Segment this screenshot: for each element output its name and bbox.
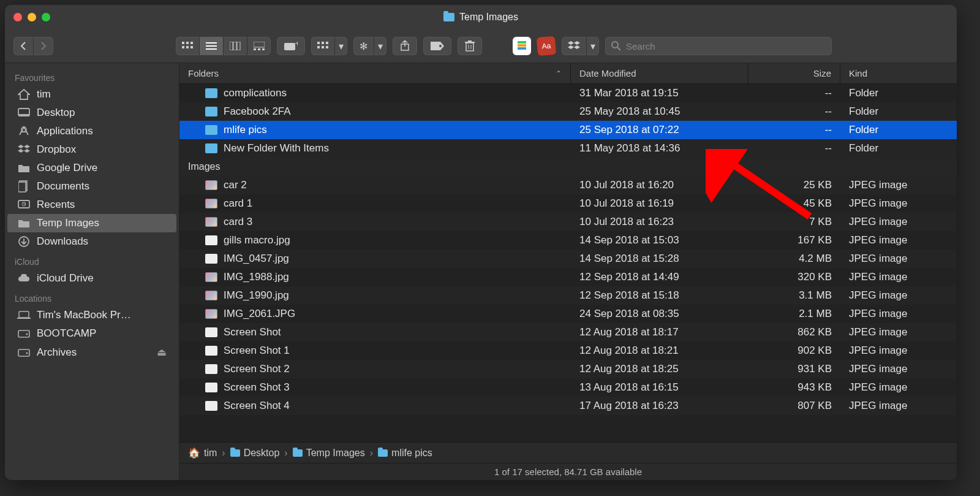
dictionary-shortcut[interactable] xyxy=(537,36,557,56)
svg-rect-8 xyxy=(206,48,217,50)
svg-rect-1 xyxy=(186,42,189,44)
file-size: 902 KB xyxy=(748,345,840,357)
sidebar-item-label: Temp Images xyxy=(37,217,99,229)
file-row[interactable]: IMG_1990.jpg12 Sep 2018 at 15:183.1 MBJP… xyxy=(179,286,957,305)
sidebar-item[interactable]: Dropbox xyxy=(7,140,176,159)
file-date: 12 Sep 2018 at 15:18 xyxy=(571,289,748,302)
tags-button[interactable] xyxy=(423,37,451,55)
recent-icon xyxy=(17,199,31,210)
file-kind: Folder xyxy=(840,142,957,155)
path-bar[interactable]: 🏠tim›Desktop›Temp Images›mlife pics xyxy=(179,442,957,463)
svg-rect-26 xyxy=(466,43,473,51)
search-input[interactable] xyxy=(626,41,826,52)
file-icon xyxy=(205,327,217,337)
list-view-button[interactable] xyxy=(200,37,224,55)
file-row[interactable]: Screen Shot12 Aug 2018 at 18:17862 KBJPE… xyxy=(179,323,957,341)
forward-button[interactable] xyxy=(34,37,53,55)
file-row[interactable]: gills macro.jpg14 Sep 2018 at 15:03167 K… xyxy=(179,231,957,250)
file-row[interactable]: IMG_2061.JPG24 Sep 2018 at 08:352.1 MBJP… xyxy=(179,305,957,323)
file-name: Screen Shot 4 xyxy=(224,400,290,412)
icon-view-button[interactable] xyxy=(176,37,200,55)
minimize-window-button[interactable] xyxy=(28,13,36,21)
sidebar-item[interactable]: Documents xyxy=(7,177,176,196)
sidebar[interactable]: FavouritestimDesktopApplicationsDropboxG… xyxy=(5,63,179,480)
sidebar-item[interactable]: Desktop xyxy=(7,104,176,122)
action-menu[interactable]: ✻ ▾ xyxy=(353,37,386,55)
svg-rect-14 xyxy=(258,48,260,50)
column-view-button[interactable] xyxy=(224,37,247,55)
svg-rect-23 xyxy=(326,46,328,48)
dropbox-menu[interactable]: ▾ xyxy=(562,37,599,55)
file-size: 931 KB xyxy=(748,363,840,375)
file-row[interactable]: card 310 Jul 2018 at 16:237 KBJPEG image xyxy=(179,213,957,231)
file-kind: JPEG image xyxy=(840,197,957,210)
download-icon xyxy=(17,236,31,247)
file-row[interactable]: IMG_0457.jpg14 Sep 2018 at 15:284.2 MBJP… xyxy=(179,250,957,268)
folder-icon xyxy=(293,449,303,457)
sidebar-item[interactable]: Downloads xyxy=(7,232,176,251)
zoom-window-button[interactable] xyxy=(42,13,50,21)
path-label: Desktop xyxy=(244,448,280,459)
sidebar-item[interactable]: Applications xyxy=(7,122,176,140)
column-header-date[interactable]: Date Modified xyxy=(571,63,748,83)
view-mode-buttons xyxy=(176,37,271,55)
folder-icon xyxy=(17,218,31,229)
sidebar-item[interactable]: Temp Images xyxy=(7,214,176,232)
path-segment[interactable]: Temp Images xyxy=(293,448,365,459)
svg-rect-45 xyxy=(19,311,29,318)
sidebar-item[interactable]: iCloud Drive xyxy=(7,269,176,288)
window-title: Temp Images xyxy=(443,12,518,23)
desktop-icon xyxy=(17,107,31,118)
column-header-name[interactable]: Folders⌃ xyxy=(179,63,571,83)
file-date: 24 Sep 2018 at 08:35 xyxy=(571,308,748,320)
file-row[interactable]: Screen Shot 212 Aug 2018 at 18:25931 KBJ… xyxy=(179,360,957,378)
file-row[interactable]: Screen Shot 313 Aug 2018 at 16:15943 KBJ… xyxy=(179,378,957,397)
column-header-size[interactable]: Size xyxy=(748,63,840,83)
gallery-view-button[interactable] xyxy=(247,37,271,55)
sidebar-item[interactable]: Google Drive xyxy=(7,159,176,177)
app-shortcut-1[interactable] xyxy=(513,37,531,55)
window-title-text: Temp Images xyxy=(459,12,518,23)
search-field[interactable] xyxy=(605,37,832,55)
file-row[interactable]: Screen Shot 417 Aug 2018 at 16:23807 KBJ… xyxy=(179,397,957,415)
file-row[interactable]: Screen Shot 112 Aug 2018 at 18:21902 KBJ… xyxy=(179,341,957,360)
svg-text:+: + xyxy=(295,41,298,48)
path-segment[interactable]: Desktop xyxy=(230,448,280,459)
sidebar-item-label: Applications xyxy=(37,125,93,137)
file-row[interactable]: card 110 Jul 2018 at 16:1945 KBJPEG imag… xyxy=(179,194,957,213)
chevron-down-icon: ▾ xyxy=(335,37,347,55)
path-label: mlife pics xyxy=(391,448,432,459)
chevron-down-icon: ▾ xyxy=(374,37,386,55)
file-list[interactable]: complications31 Mar 2018 at 19:15--Folde… xyxy=(179,84,957,442)
path-segment[interactable]: 🏠tim xyxy=(188,447,217,459)
sidebar-item[interactable]: Recents xyxy=(7,196,176,214)
new-folder-button[interactable]: + xyxy=(277,37,305,55)
file-size: 807 KB xyxy=(748,400,840,412)
file-row[interactable]: IMG_1988.jpg12 Sep 2018 at 14:49320 KBJP… xyxy=(179,268,957,286)
file-row[interactable]: mlife pics25 Sep 2018 at 07:22--Folder xyxy=(179,121,957,139)
back-button[interactable] xyxy=(13,37,34,55)
sidebar-item[interactable]: Archives⏏ xyxy=(7,343,176,362)
file-row[interactable]: car 210 Jul 2018 at 16:2025 KBJPEG image xyxy=(179,176,957,194)
trash-button[interactable] xyxy=(458,37,482,55)
sidebar-item[interactable]: BOOTCAMP xyxy=(7,324,176,343)
arrange-menu[interactable]: ▾ xyxy=(311,37,347,55)
file-row[interactable]: Facebook 2FA25 May 2018 at 10:45--Folder xyxy=(179,102,957,121)
file-row[interactable]: complications31 Mar 2018 at 19:15--Folde… xyxy=(179,84,957,102)
column-header-kind[interactable]: Kind xyxy=(840,63,957,83)
sidebar-item-label: BOOTCAMP xyxy=(37,327,96,340)
traffic-lights xyxy=(5,13,50,21)
sidebar-item[interactable]: tim xyxy=(7,85,176,104)
eject-icon[interactable]: ⏏ xyxy=(157,346,167,359)
path-segment[interactable]: mlife pics xyxy=(378,448,432,459)
file-icon xyxy=(205,364,217,374)
share-button[interactable] xyxy=(393,37,417,55)
sidebar-item[interactable]: Tim's MacBook Pr… xyxy=(7,306,176,324)
titlebar[interactable]: Temp Images xyxy=(5,5,957,29)
file-date: 10 Jul 2018 at 16:20 xyxy=(571,179,748,191)
svg-rect-28 xyxy=(468,40,472,42)
close-window-button[interactable] xyxy=(13,13,22,21)
file-row[interactable]: New Folder With Items11 May 2018 at 14:3… xyxy=(179,139,957,158)
file-icon xyxy=(205,309,217,319)
file-icon xyxy=(205,88,217,98)
